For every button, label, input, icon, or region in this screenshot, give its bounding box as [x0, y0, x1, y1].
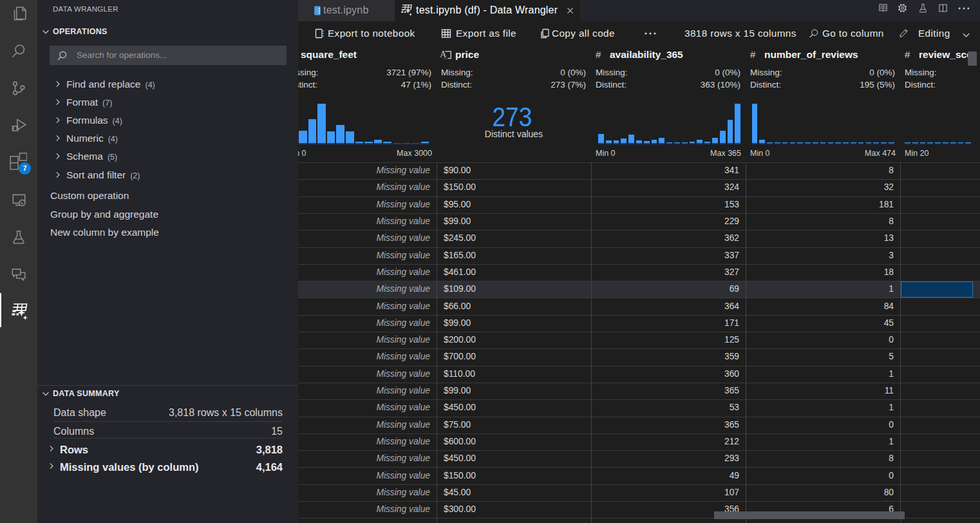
svg-text:A: A	[440, 49, 447, 59]
